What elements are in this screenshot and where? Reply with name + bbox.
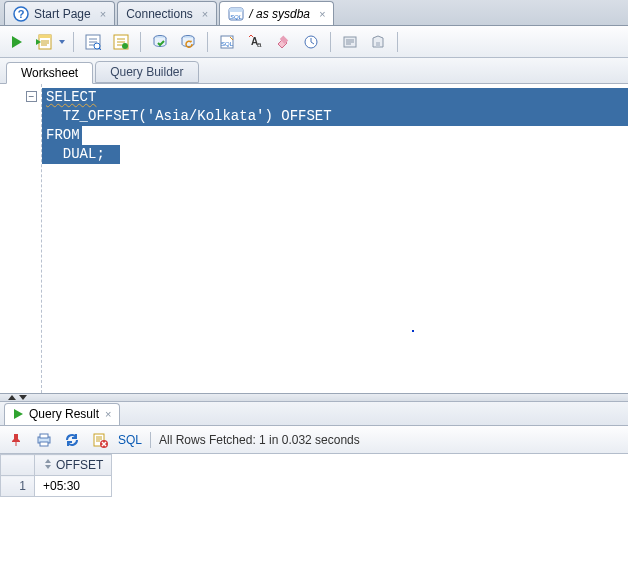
result-toolbar: SQL All Rows Fetched: 1 in 0.032 seconds	[0, 426, 628, 454]
collapse-down-icon[interactable]	[19, 395, 27, 400]
tab-worksheet[interactable]: Worksheet	[6, 62, 93, 84]
svg-rect-22	[40, 434, 48, 438]
refresh-button[interactable]	[62, 430, 82, 450]
svg-text:SQL: SQL	[221, 41, 234, 47]
fetch-status: All Rows Fetched: 1 in 0.032 seconds	[159, 433, 360, 447]
tab-query-result[interactable]: Query Result ×	[4, 403, 120, 425]
tab-connections[interactable]: Connections ×	[117, 1, 217, 25]
code-text: SELECT	[46, 89, 96, 105]
svg-rect-3	[229, 8, 243, 12]
rownum-header[interactable]	[1, 455, 35, 476]
separator	[330, 32, 331, 52]
explain-plan-button[interactable]	[82, 31, 104, 53]
clear-button[interactable]	[272, 31, 294, 53]
code-text: TZ_OFFSET('Asia/Kolkata') OFFSET	[42, 107, 628, 126]
tab-label: Query Result	[29, 407, 99, 421]
fold-toggle[interactable]: −	[26, 91, 37, 102]
row-number: 1	[1, 476, 35, 497]
dropdown-caret-icon[interactable]	[59, 40, 65, 44]
run-button[interactable]	[6, 31, 28, 53]
main-toolbar: SQL Aa	[0, 26, 628, 58]
autotrace-button[interactable]	[110, 31, 132, 53]
to-uppercase-button[interactable]: Aa	[244, 31, 266, 53]
svg-text:SQL: SQL	[230, 14, 242, 20]
tab-query-builder[interactable]: Query Builder	[95, 61, 198, 83]
tab-label: / as sysdba	[249, 7, 310, 21]
result-tabs: Query Result ×	[0, 402, 628, 426]
code-text: DUAL;	[42, 145, 120, 164]
separator	[73, 32, 74, 52]
svg-text:a: a	[257, 40, 262, 49]
collapse-up-icon[interactable]	[8, 395, 16, 400]
code-text: FROM	[42, 126, 82, 145]
delete-button[interactable]	[90, 430, 110, 450]
svg-text:?: ?	[18, 8, 25, 20]
run-icon	[13, 408, 25, 420]
code-area[interactable]: SELECT TZ_OFFSET('Asia/Kolkata') OFFSET …	[42, 84, 628, 393]
tab-label: Start Page	[34, 7, 91, 21]
svg-rect-23	[40, 442, 48, 446]
separator	[140, 32, 141, 52]
separator	[397, 32, 398, 52]
cell-offset[interactable]: +05:30	[35, 476, 112, 497]
dbms-output-button[interactable]	[339, 31, 361, 53]
unshared-worksheet-button[interactable]: SQL	[216, 31, 238, 53]
tab-start-page[interactable]: ? Start Page ×	[4, 1, 115, 25]
sql-editor[interactable]: − SELECT TZ_OFFSET('Asia/Kolkata') OFFSE…	[0, 84, 628, 394]
column-header-offset[interactable]: OFFSET	[35, 455, 112, 476]
pin-button[interactable]	[6, 430, 26, 450]
panel-splitter[interactable]	[0, 394, 628, 402]
column-label: OFFSET	[56, 458, 103, 472]
sql-link[interactable]: SQL	[118, 433, 142, 447]
help-icon: ?	[13, 6, 29, 22]
close-icon[interactable]: ×	[105, 408, 111, 420]
svg-point-10	[122, 43, 128, 49]
results-grid[interactable]: OFFSET 1 +05:30	[0, 454, 112, 497]
grid-header-row: OFFSET	[1, 455, 112, 476]
owa-output-button[interactable]	[367, 31, 389, 53]
grid-row[interactable]: 1 +05:30	[1, 476, 112, 497]
sql-history-button[interactable]	[300, 31, 322, 53]
separator	[150, 432, 151, 448]
svg-rect-20	[376, 42, 380, 47]
editor-sub-tabs: Worksheet Query Builder	[0, 58, 628, 84]
svg-rect-6	[39, 35, 51, 38]
close-icon[interactable]: ×	[100, 8, 106, 20]
print-button[interactable]	[34, 430, 54, 450]
close-icon[interactable]: ×	[202, 8, 208, 20]
cursor-indicator	[412, 330, 414, 332]
separator	[207, 32, 208, 52]
close-icon[interactable]: ×	[319, 8, 325, 20]
sql-worksheet-icon: SQL	[228, 6, 244, 22]
editor-gutter: −	[0, 84, 42, 393]
commit-button[interactable]	[149, 31, 171, 53]
rollback-button[interactable]	[177, 31, 199, 53]
tab-as-sysdba[interactable]: SQL / as sysdba ×	[219, 1, 334, 25]
tab-label: Connections	[126, 7, 193, 21]
sort-icon[interactable]	[43, 458, 53, 468]
run-script-button[interactable]	[34, 31, 56, 53]
document-tabs: ? Start Page × Connections × SQL / as sy…	[0, 0, 628, 26]
